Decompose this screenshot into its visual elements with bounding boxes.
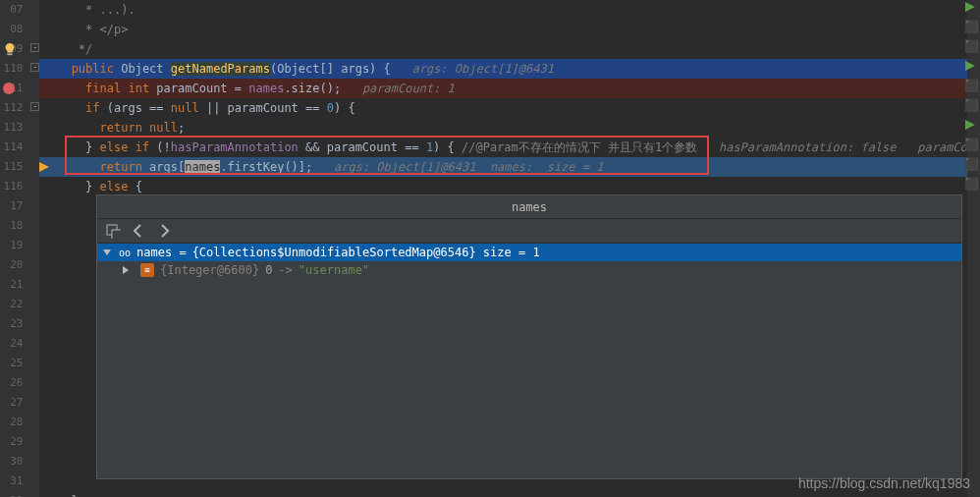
right-gutter: ⬛ ⬛ ⬛ ⬛ ⬛ ⬛ ⬛ <box>967 0 980 497</box>
bookmark-icon[interactable]: ⬛ <box>964 100 978 110</box>
variable-index: 0 <box>265 263 272 277</box>
code-line[interactable]: final int paramCount = names.size(); par… <box>39 79 967 98</box>
code-line[interactable]: return null; <box>39 118 967 138</box>
gutter-line: 07 <box>0 0 23 20</box>
object-icon: oo <box>119 248 131 258</box>
code-line[interactable]: * </p> <box>39 20 967 39</box>
bookmark-icon[interactable]: ⬛ <box>964 81 978 90</box>
gutter-line: 31 <box>0 471 23 491</box>
debug-variables-panel: names oo names = {Collections$Unmodifiab… <box>96 194 962 479</box>
gutter-line: 20 <box>0 255 23 275</box>
variable-name: names = <box>136 246 187 259</box>
gutter-line: 17 <box>0 196 23 216</box>
variable-row[interactable]: ≡ {Integer@6600} 0 -> "username" <box>97 261 961 279</box>
execution-pointer-icon <box>39 157 49 177</box>
svg-marker-3 <box>965 120 975 130</box>
execution-line[interactable]: return args[names.firstKey()]; args: Obj… <box>39 157 967 177</box>
svg-rect-0 <box>7 53 12 55</box>
gutter-line: 112 <box>0 98 23 118</box>
svg-marker-2 <box>965 61 975 71</box>
expand-arrow-icon[interactable] <box>123 266 133 274</box>
code-line[interactable]: } else { <box>39 177 967 196</box>
breakpoint-icon[interactable] <box>3 83 15 94</box>
gutter-line: 21 <box>0 275 23 295</box>
gutter-line: 116 <box>0 177 23 196</box>
gutter-line: 113 <box>0 118 23 138</box>
gutter-line: 18 <box>0 216 23 236</box>
bookmark-icon[interactable]: ⬛ <box>964 41 978 51</box>
variable-value: "username" <box>299 263 369 277</box>
map-entry-icon: ≡ <box>140 263 154 277</box>
gutter-line: 08 <box>0 20 23 39</box>
gutter-line: 28 <box>0 413 23 432</box>
arrow-text: -> <box>278 263 292 277</box>
gutter-line: 111 <box>0 79 23 98</box>
gutter-line: 110 <box>0 59 23 79</box>
variable-row[interactable]: oo names = {Collections$UnmodifiableSort… <box>97 244 961 261</box>
gutter-line: 26 <box>0 373 23 393</box>
variable-key: {Integer@6600} <box>160 263 259 277</box>
gutter-line: 09 <box>0 39 23 59</box>
bookmark-icon[interactable]: ⬛ <box>964 22 978 31</box>
gutter-line: 27 <box>0 393 23 413</box>
code-line[interactable]: if (args == null || paramCount == 0) { <box>39 98 967 118</box>
code-line[interactable]: } <box>39 491 967 497</box>
code-line[interactable]: */ <box>39 39 967 59</box>
line-number-gutter: 07 08 09 110 111 112 113 114 115 116 17 … <box>0 0 28 497</box>
svg-marker-4 <box>39 162 49 172</box>
gutter-line: 30 <box>0 452 23 471</box>
back-arrow-icon[interactable] <box>131 223 146 239</box>
code-line[interactable]: * ...). <box>39 0 967 20</box>
variable-value: {Collections$UnmodifiableSortedMap@6546}… <box>192 246 540 259</box>
bookmark-icon[interactable]: ⬛ <box>964 179 978 189</box>
code-line[interactable]: public Object getNamedParams(Object[] ar… <box>39 59 967 79</box>
gutter-line: 23 <box>0 314 23 334</box>
fold-column: - - - <box>28 0 38 497</box>
gutter-line: 19 <box>0 236 23 255</box>
run-marker-icon[interactable] <box>964 120 978 130</box>
gutter-line: 24 <box>0 334 23 354</box>
run-marker-icon[interactable] <box>964 61 978 71</box>
gutter-line: 114 <box>0 138 23 157</box>
svg-marker-1 <box>965 2 975 12</box>
selected-variable[interactable]: names <box>185 160 220 174</box>
watermark: https://blog.csdn.net/kq1983 <box>798 475 970 491</box>
gutter-line: 22 <box>0 295 23 314</box>
expand-arrow-icon[interactable] <box>103 249 111 255</box>
forward-arrow-icon[interactable] <box>156 223 172 239</box>
gutter-line: 115 <box>0 157 23 177</box>
run-marker-icon[interactable] <box>964 2 978 12</box>
gutter-line: 25 <box>0 354 23 373</box>
new-watch-icon[interactable] <box>105 223 121 239</box>
intention-bulb-icon[interactable] <box>3 42 17 56</box>
bookmark-icon[interactable]: ⬛ <box>964 139 978 149</box>
gutter-line: 32 <box>0 491 23 497</box>
bookmark-icon[interactable]: ⬛ <box>964 159 978 169</box>
debug-toolbar <box>97 219 961 244</box>
debug-panel-title: names <box>97 195 961 219</box>
code-line[interactable]: } else if (!hasParamAnnotation && paramC… <box>39 138 967 157</box>
svg-rect-6 <box>112 230 121 239</box>
gutter-line: 29 <box>0 432 23 452</box>
